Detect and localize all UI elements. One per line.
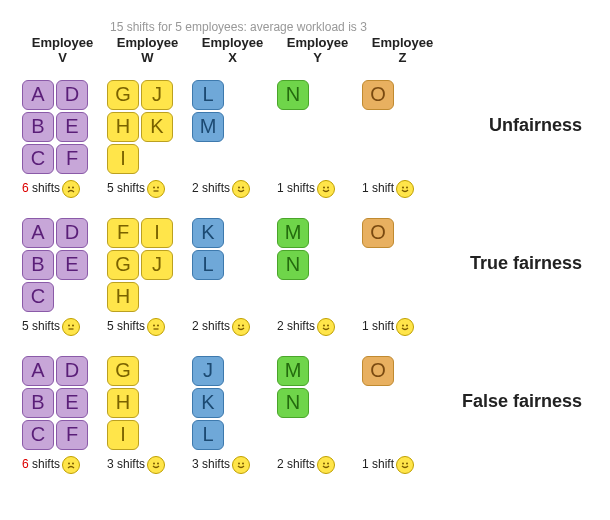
shift-tile: G (107, 356, 139, 386)
svg-point-20 (327, 324, 329, 326)
shift-count: 1 (362, 457, 369, 471)
summary-cell: 2 shifts (190, 314, 275, 352)
svg-point-2 (153, 186, 155, 188)
happy-face-icon (232, 456, 250, 474)
happy-face-icon (317, 180, 335, 198)
shift-tile: J (141, 250, 173, 280)
shift-count-unit: shifts (199, 319, 230, 333)
svg-point-24 (72, 462, 74, 464)
employee-header-V: EmployeeV (20, 36, 105, 76)
summary-cell: 5 shifts (105, 314, 190, 352)
summary-cell: 1 shifts (275, 176, 360, 214)
svg-point-32 (406, 462, 408, 464)
svg-point-3 (157, 186, 159, 188)
summary-cell: 2 shifts (275, 314, 360, 352)
svg-point-31 (402, 462, 404, 464)
shift-tile: N (277, 80, 309, 110)
shift-count-unit: shift (369, 457, 394, 471)
shift-count: 1 (277, 181, 284, 195)
shift-count: 2 (192, 319, 199, 333)
neutral-face-icon (147, 318, 165, 336)
shift-count-unit: shifts (114, 319, 145, 333)
employee-header-Y: EmployeeY (275, 36, 360, 76)
svg-point-22 (406, 324, 408, 326)
shift-tile: F (107, 218, 139, 248)
employee-header-X: EmployeeX (190, 36, 275, 76)
shift-cell: O (360, 214, 445, 314)
shift-tile: C (22, 420, 54, 450)
shift-tile: H (107, 282, 139, 312)
shift-count: 3 (192, 457, 199, 471)
shift-tile: C (22, 144, 54, 174)
svg-point-5 (238, 186, 240, 188)
summary-cell: 1 shift (360, 452, 445, 490)
svg-point-17 (238, 324, 240, 326)
sad-face-icon (62, 456, 80, 474)
svg-point-27 (238, 462, 240, 464)
svg-point-25 (153, 462, 155, 464)
shift-tile: F (56, 144, 88, 174)
shift-cell: O (360, 352, 445, 452)
svg-point-26 (157, 462, 159, 464)
shift-tile: A (22, 218, 54, 248)
shift-tile: E (56, 388, 88, 418)
shift-tile: F (56, 420, 88, 450)
svg-point-9 (402, 186, 404, 188)
shift-count-unit: shifts (199, 457, 230, 471)
shift-count: 2 (192, 181, 199, 195)
summary-cell: 1 shift (360, 176, 445, 214)
svg-point-14 (153, 324, 155, 326)
shift-tile: H (107, 388, 139, 418)
shift-count-unit: shifts (114, 457, 145, 471)
summary-cell: 5 shifts (20, 314, 105, 352)
shift-cell: FIGJH (105, 214, 190, 314)
shift-count-unit: shifts (284, 181, 315, 195)
shift-count-unit: shift (369, 319, 394, 333)
happy-face-icon (317, 456, 335, 474)
happy-face-icon (232, 318, 250, 336)
shift-tile: I (141, 218, 173, 248)
shift-tile: G (107, 250, 139, 280)
shift-count: 3 (107, 457, 114, 471)
svg-point-1 (72, 186, 74, 188)
shift-count: 2 (277, 319, 284, 333)
shift-tile: J (192, 356, 224, 386)
summary-cell: 6 shifts (20, 452, 105, 490)
shift-count: 5 (22, 319, 29, 333)
shift-cell: GHI (105, 352, 190, 452)
shift-count-unit: shifts (29, 457, 60, 471)
shift-tile: D (56, 80, 88, 110)
summary-cell: 2 shifts (190, 176, 275, 214)
shift-count-unit: shift (369, 181, 394, 195)
employee-header-W: EmployeeW (105, 36, 190, 76)
shift-tile: N (277, 388, 309, 418)
summary-cell: 3 shifts (190, 452, 275, 490)
shift-tile: H (107, 112, 139, 142)
shift-cell: LM (190, 76, 275, 176)
shift-tile: O (362, 356, 394, 386)
shift-tile: L (192, 420, 224, 450)
employee-header-Z: EmployeeZ (360, 36, 445, 76)
shift-cell: KL (190, 214, 275, 314)
svg-point-18 (242, 324, 244, 326)
shift-count: 1 (362, 181, 369, 195)
shift-cell: ADBEC (20, 214, 105, 314)
shift-count: 6 (22, 181, 29, 195)
happy-face-icon (232, 180, 250, 198)
shift-tile: I (107, 144, 139, 174)
shift-tile: A (22, 356, 54, 386)
shift-cell: MN (275, 352, 360, 452)
shift-tile: D (56, 356, 88, 386)
shift-tile: K (192, 218, 224, 248)
shift-tile: K (192, 388, 224, 418)
shift-tile: D (56, 218, 88, 248)
shift-tile: J (141, 80, 173, 110)
shift-tile: M (192, 112, 224, 142)
shift-tile: L (192, 80, 224, 110)
shift-cell: ADBECF (20, 352, 105, 452)
neutral-face-icon (62, 318, 80, 336)
shift-tile: E (56, 250, 88, 280)
shift-tile: M (277, 356, 309, 386)
scenario-label: True fairness (445, 214, 590, 314)
svg-point-21 (402, 324, 404, 326)
